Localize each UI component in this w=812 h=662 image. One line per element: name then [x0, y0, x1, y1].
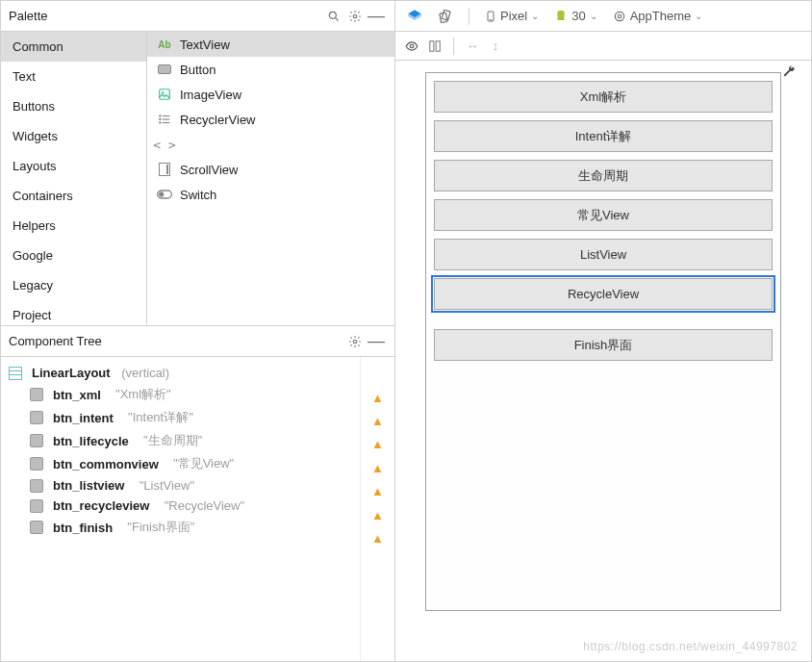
- preview-button[interactable]: 生命周期: [434, 160, 773, 191]
- design-surface-icon[interactable]: [401, 9, 428, 24]
- pan-horizontal-icon[interactable]: ↔: [462, 36, 483, 57]
- svg-point-20: [618, 14, 622, 18]
- svg-point-12: [159, 191, 164, 196]
- palette-category-layouts[interactable]: Layouts: [1, 151, 146, 181]
- button-node-icon: [30, 499, 43, 513]
- tree-node-btn_finish[interactable]: btn_finish "Finish界面": [1, 516, 360, 539]
- warning-icon[interactable]: ▲: [371, 508, 384, 522]
- warning-gutter: ▲▲▲▲▲▲▲: [360, 357, 394, 661]
- svg-rect-23: [436, 40, 440, 51]
- palette-component-button[interactable]: Button: [147, 57, 394, 82]
- svg-point-19: [615, 12, 623, 20]
- palette-component-list: AbTextViewButtonImageViewRecyclerView< >…: [147, 32, 394, 325]
- preview-button[interactable]: ListView: [434, 239, 773, 270]
- svg-point-9: [160, 118, 161, 119]
- orientation-icon[interactable]: [432, 9, 459, 24]
- svg-point-8: [160, 115, 161, 116]
- gear-icon[interactable]: [344, 331, 366, 352]
- device-label: Pixel: [500, 9, 527, 23]
- warning-icon[interactable]: ▲: [371, 437, 384, 451]
- image-icon: [157, 87, 172, 102]
- button-node-icon: [30, 457, 43, 471]
- tree-node-root[interactable]: LinearLayout (vertical): [1, 363, 360, 383]
- warning-icon[interactable]: ▲: [371, 484, 384, 498]
- component-label: Button: [180, 63, 216, 77]
- button-node-icon: [30, 521, 43, 534]
- palette-category-legacy[interactable]: Legacy: [1, 270, 146, 300]
- component-tree[interactable]: LinearLayout (vertical)btn_xml "Xml解析"bt…: [1, 357, 360, 661]
- palette-category-widgets[interactable]: Widgets: [1, 121, 146, 151]
- palette-category-google[interactable]: Google: [1, 241, 146, 270]
- search-icon[interactable]: [323, 6, 344, 27]
- component-label: ScrollView: [180, 163, 238, 177]
- warning-icon[interactable]: ▲: [371, 531, 384, 546]
- tree-node-btn_lifecycle[interactable]: btn_lifecycle "生命周期": [1, 429, 360, 452]
- palette-category-list: CommonTextButtonsWidgetsLayoutsContainer…: [1, 32, 147, 325]
- svg-point-10: [160, 122, 161, 123]
- tree-node-btn_xml[interactable]: btn_xml "Xml解析": [1, 383, 360, 406]
- fragment-icon: < >: [157, 137, 172, 152]
- warning-icon[interactable]: ▲: [371, 391, 384, 405]
- palette-component-recyclerview[interactable]: RecyclerView: [147, 107, 394, 132]
- palette-component-scrollview[interactable]: ScrollView: [147, 157, 394, 182]
- device-selector[interactable]: Pixel⌄: [479, 9, 545, 24]
- component-label: ImageView: [180, 88, 241, 102]
- palette-title: Palette: [9, 9, 323, 23]
- theme-label: AppTheme: [630, 9, 692, 23]
- svg-point-21: [410, 44, 414, 48]
- switch-icon: [157, 187, 172, 202]
- warning-icon[interactable]: ▲: [371, 414, 384, 428]
- button-node-icon: [30, 411, 43, 424]
- wrench-icon[interactable]: [782, 64, 796, 82]
- preview-button[interactable]: Xml解析: [434, 81, 773, 113]
- linear-layout-icon: [9, 367, 22, 380]
- designer-sub-toolbar: ↔ ↕: [395, 32, 811, 61]
- palette-category-common[interactable]: Common: [1, 32, 146, 62]
- preview-button[interactable]: Intent详解: [434, 120, 773, 152]
- button-node-icon: [30, 388, 43, 401]
- palette-component-fragment[interactable]: < >: [147, 132, 394, 157]
- tree-node-btn_intent[interactable]: btn_intent "Intent详解": [1, 406, 360, 429]
- scroll-icon: [157, 162, 172, 177]
- watermark: https://blog.csdn.net/weixin_44997802: [583, 640, 798, 653]
- textview-icon: Ab: [157, 37, 172, 52]
- svg-point-2: [353, 14, 357, 18]
- preview-button[interactable]: 常见View: [434, 199, 773, 231]
- list-icon: [157, 112, 172, 127]
- preview-button[interactable]: RecycleView: [434, 278, 773, 310]
- svg-rect-18: [558, 14, 565, 20]
- palette-category-project[interactable]: Project: [1, 300, 146, 325]
- api-selector[interactable]: 30⌄: [548, 9, 602, 23]
- layout-mode-icon[interactable]: [424, 36, 445, 57]
- palette-component-switch[interactable]: Switch: [147, 182, 394, 207]
- palette-category-buttons[interactable]: Buttons: [1, 91, 146, 121]
- palette-component-imageview[interactable]: ImageView: [147, 82, 394, 107]
- tree-node-btn_listview[interactable]: btn_listview "ListView": [1, 475, 360, 496]
- palette-category-containers[interactable]: Containers: [1, 181, 146, 211]
- design-preview-frame: Xml解析Intent详解生命周期常见ViewListViewRecycleVi…: [425, 72, 781, 611]
- tree-node-btn_commonview[interactable]: btn_commonview "常见View": [1, 452, 360, 475]
- component-tree-title: Component Tree: [9, 334, 344, 348]
- designer-top-toolbar: Pixel⌄ 30⌄ AppTheme⌄: [395, 1, 811, 32]
- svg-line-1: [335, 17, 338, 20]
- view-options-icon[interactable]: [401, 36, 422, 57]
- palette-category-text[interactable]: Text: [1, 62, 146, 91]
- component-label: RecyclerView: [180, 113, 256, 127]
- preview-button[interactable]: Finish界面: [434, 329, 773, 361]
- svg-point-4: [162, 91, 164, 93]
- minimize-icon[interactable]: —: [366, 6, 387, 27]
- api-label: 30: [571, 9, 585, 23]
- minimize-icon[interactable]: —: [366, 331, 387, 352]
- palette-category-helpers[interactable]: Helpers: [1, 211, 146, 241]
- gear-icon[interactable]: [344, 6, 366, 27]
- component-label: Switch: [180, 188, 216, 202]
- palette-component-textview[interactable]: AbTextView: [147, 32, 394, 57]
- button-icon: [157, 62, 172, 77]
- pan-vertical-icon[interactable]: ↕: [485, 36, 506, 57]
- tree-node-btn_recycleview[interactable]: btn_recycleview "RecycleView": [1, 496, 360, 516]
- svg-point-0: [329, 12, 336, 18]
- component-label: TextView: [180, 38, 230, 52]
- warning-icon[interactable]: ▲: [371, 461, 384, 475]
- theme-selector[interactable]: AppTheme⌄: [607, 9, 709, 23]
- svg-rect-22: [430, 40, 434, 51]
